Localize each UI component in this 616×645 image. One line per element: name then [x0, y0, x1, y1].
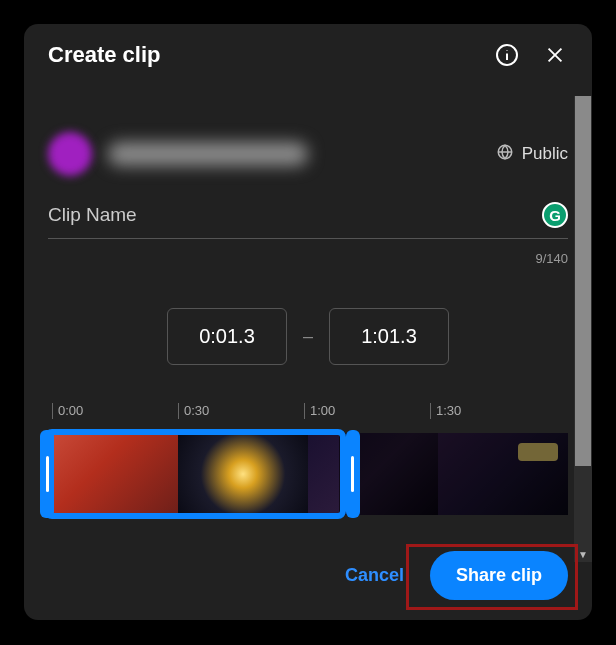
dialog-body: Public G 9/140 0:01.3 – 1:01.3 0:00 0:30…	[24, 96, 592, 608]
time-separator: –	[303, 326, 313, 347]
close-icon[interactable]	[542, 42, 568, 68]
thumbnail	[438, 433, 568, 515]
timeline-ticks: 0:00 0:30 1:00 1:30	[52, 403, 568, 423]
start-time-input[interactable]: 0:01.3	[167, 308, 287, 365]
tick-label: 1:00	[310, 403, 335, 418]
timeline-thumbnails[interactable]	[48, 433, 568, 515]
avatar	[48, 132, 92, 176]
username-redacted	[108, 142, 308, 166]
info-icon[interactable]	[494, 42, 520, 68]
time-range-row: 0:01.3 – 1:01.3	[48, 308, 568, 365]
clip-name-row: G	[48, 202, 568, 239]
tick-label: 0:00	[58, 403, 83, 418]
selection-handle-start[interactable]	[40, 430, 54, 518]
char-counter: 9/140	[48, 251, 568, 266]
tick-label: 0:30	[184, 403, 209, 418]
timeline: 0:00 0:30 1:00 1:30	[48, 403, 568, 515]
globe-icon	[496, 143, 514, 166]
selection-handle-end[interactable]	[346, 430, 360, 518]
scroll-down-icon[interactable]: ▼	[574, 545, 592, 563]
create-clip-dialog: Create clip Public G	[24, 24, 592, 620]
grammarly-icon[interactable]: G	[542, 202, 568, 228]
scrollbar[interactable]: ▲ ▼	[574, 96, 592, 562]
visibility-label: Public	[522, 144, 568, 164]
cancel-button[interactable]: Cancel	[337, 555, 412, 596]
dialog-footer: Cancel Share clip	[337, 551, 568, 600]
clip-name-input[interactable]	[48, 204, 542, 226]
thumbnail	[308, 433, 438, 515]
user-row: Public	[48, 132, 568, 176]
dialog-header: Create clip	[24, 24, 592, 76]
tick-label: 1:30	[436, 403, 461, 418]
thumbnail	[178, 433, 308, 515]
dialog-title: Create clip	[48, 42, 472, 68]
scrollbar-thumb[interactable]	[575, 96, 591, 466]
end-time-input[interactable]: 1:01.3	[329, 308, 449, 365]
visibility-selector[interactable]: Public	[496, 143, 568, 166]
svg-point-2	[506, 50, 507, 51]
share-clip-button[interactable]: Share clip	[430, 551, 568, 600]
thumbnail	[48, 433, 178, 515]
